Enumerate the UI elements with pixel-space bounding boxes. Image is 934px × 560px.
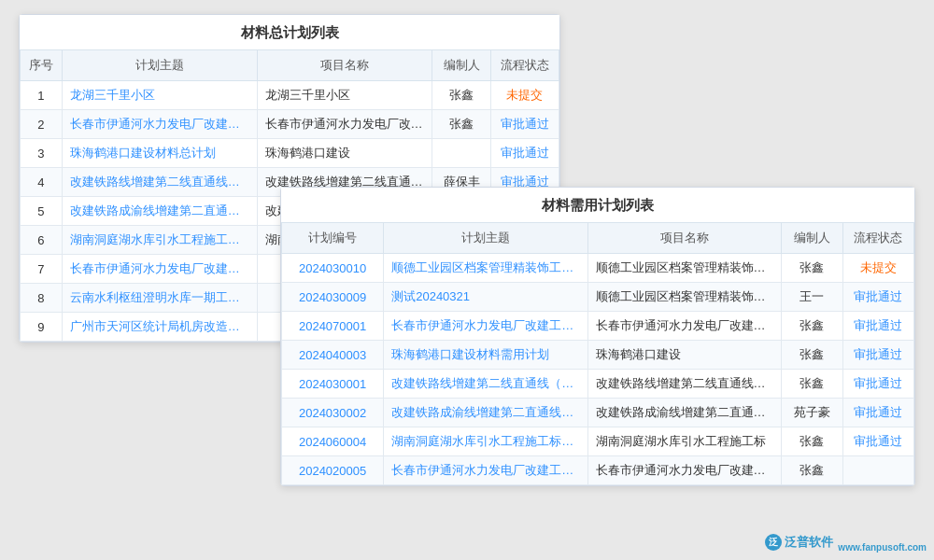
cell-project2: 顺德工业园区档案管理精装饰工程（... [587,254,781,283]
cell-id: 9 [21,313,63,342]
cell-project2: 珠海鹤港口建设 [587,341,781,370]
cell-editor: 张鑫 [432,81,491,110]
table-row: 2024070001 长春市伊通河水力发电厂改建工程合... 长春市伊通河水力发… [282,312,914,341]
cell-theme[interactable]: 珠海鹤港口建设材料总计划 [62,139,257,168]
col-theme: 计划主题 [62,50,257,81]
col-theme2: 计划主题 [384,223,587,254]
cell-project: 珠海鹤港口建设 [257,139,432,168]
cell-editor [432,139,491,168]
cell-theme2[interactable]: 顺德工业园区档案管理精装饰工程（... [384,254,587,283]
table2-data: 计划编号 计划主题 项目名称 编制人 流程状态 2024030010 顺德工业园… [281,222,914,485]
cell-theme[interactable]: 湖南洞庭湖水库引水工程施工标材料总计划 [62,226,257,255]
cell-editor2: 苑子豪 [782,399,843,427]
cell-theme[interactable]: 广州市天河区统计局机房改造项目材料总计划 [62,313,257,342]
cell-status2: 未提交 [842,254,913,283]
col-project: 项目名称 [257,50,432,81]
col-editor2: 编制人 [782,223,843,254]
watermark-text: 泛普软件 [785,534,833,551]
col-code: 计划编号 [282,223,384,254]
cell-code[interactable]: 2024040003 [282,341,384,370]
col-status2: 流程状态 [842,223,913,254]
table-row: 2024060004 湖南洞庭湖水库引水工程施工标材... 湖南洞庭湖水库引水工… [282,427,914,456]
cell-project2: 顺德工业园区档案管理精装饰工程（... [587,283,781,312]
cell-theme[interactable]: 云南水利枢纽澄明水库一期工程施工标材料... [62,284,257,313]
cell-project2: 长春市伊通河水力发电厂改建工程 [587,312,781,341]
cell-project: 龙湖三千里小区 [257,81,432,110]
cell-project2: 长春市伊通河水力发电厂改建工程 [587,456,781,485]
cell-code[interactable]: 2024030009 [282,283,384,312]
cell-status2 [842,456,913,485]
cell-status: 审批通过 [490,139,559,168]
col-status: 流程状态 [490,50,559,81]
col-id: 序号 [21,50,63,81]
cell-project2: 湖南洞庭湖水库引水工程施工标 [587,427,781,456]
cell-status2: 审批通过 [842,399,913,427]
cell-status2: 审批通过 [842,370,913,399]
table-row: 2024020005 长春市伊通河水力发电厂改建工程材... 长春市伊通河水力发… [282,456,914,485]
cell-id: 1 [21,81,63,110]
cell-project2: 改建铁路线增建第二线直通线（成都... [587,370,781,399]
table-row: 2024030009 测试20240321 顺德工业园区档案管理精装饰工程（..… [282,283,914,312]
table-row: 2 长春市伊通河水力发电厂改建工程合同材料... 长春市伊通河水力发电厂改建工程… [21,110,559,139]
watermark-subtext: www.fanpusoft.com [838,532,927,553]
cell-theme[interactable]: 龙湖三千里小区 [62,81,257,110]
cell-editor2: 张鑫 [782,456,843,485]
cell-id: 7 [21,255,63,284]
cell-editor2: 张鑫 [782,427,843,456]
cell-status2: 审批通过 [842,427,913,456]
cell-status: 未提交 [490,81,559,110]
cell-theme2[interactable]: 测试20240321 [384,283,587,312]
cell-id: 8 [21,284,63,313]
cell-theme[interactable]: 改建铁路线增建第二线直通线（成都-西安）... [62,168,257,197]
cell-code[interactable]: 2024020005 [282,456,384,485]
watermark: 泛 泛普软件 www.fanpusoft.com [765,532,927,553]
cell-code[interactable]: 2024070001 [282,312,384,341]
col-project2: 项目名称 [587,223,781,254]
cell-theme2[interactable]: 改建铁路线增建第二线直通线（成都... [384,370,587,399]
cell-id: 5 [21,197,63,226]
cell-project2: 改建铁路成渝线增建第二直通线（成... [587,399,781,427]
cell-theme2[interactable]: 长春市伊通河水力发电厂改建工程合... [384,312,587,341]
cell-status2: 审批通过 [842,312,913,341]
cell-editor2: 张鑫 [782,341,843,370]
cell-editor: 张鑫 [432,110,491,139]
table-row: 2024030002 改建铁路成渝线增建第二直通线（成... 改建铁路成渝线增建… [282,399,914,427]
cell-id: 3 [21,139,63,168]
cell-code[interactable]: 2024030002 [282,399,384,427]
cell-code[interactable]: 2024030010 [282,254,384,283]
cell-theme[interactable]: 改建铁路成渝线增建第二直通线（成渝枢纽... [62,197,257,226]
cell-editor2: 张鑫 [782,254,843,283]
table-row: 2024030001 改建铁路线增建第二线直通线（成都... 改建铁路线增建第二… [282,370,914,399]
material-needs-table: 材料需用计划列表 计划编号 计划主题 项目名称 编制人 流程状态 2024030… [280,187,915,486]
table-row: 3 珠海鹤港口建设材料总计划 珠海鹤港口建设 审批通过 [21,139,559,168]
watermark-icon: 泛 [765,534,782,551]
cell-id: 2 [21,110,63,139]
cell-project: 长春市伊通河水力发电厂改建工程 [257,110,432,139]
table2-title: 材料需用计划列表 [281,188,914,222]
cell-code[interactable]: 2024060004 [282,427,384,456]
cell-theme2[interactable]: 湖南洞庭湖水库引水工程施工标材... [384,427,587,456]
cell-code[interactable]: 2024030001 [282,370,384,399]
table1-title: 材料总计划列表 [20,15,559,49]
cell-editor2: 张鑫 [782,370,843,399]
table2-header-row: 计划编号 计划主题 项目名称 编制人 流程状态 [282,223,914,254]
cell-theme[interactable]: 长春市伊通河水力发电厂改建工程材料总计划 [62,255,257,284]
cell-editor2: 王一 [782,283,843,312]
table1-header-row: 序号 计划主题 项目名称 编制人 流程状态 [21,50,559,81]
cell-id: 4 [21,168,63,197]
cell-id: 6 [21,226,63,255]
cell-theme2[interactable]: 长春市伊通河水力发电厂改建工程材... [384,456,587,485]
cell-status2: 审批通过 [842,283,913,312]
cell-theme[interactable]: 长春市伊通河水力发电厂改建工程合同材料... [62,110,257,139]
table-row: 2024040003 珠海鹤港口建设材料需用计划 珠海鹤港口建设 张鑫 审批通过 [282,341,914,370]
cell-status2: 审批通过 [842,341,913,370]
table-row: 2024030010 顺德工业园区档案管理精装饰工程（... 顺德工业园区档案管… [282,254,914,283]
table-row: 1 龙湖三千里小区 龙湖三千里小区 张鑫 未提交 [21,81,559,110]
cell-theme2[interactable]: 改建铁路成渝线增建第二直通线（成... [384,399,587,427]
cell-status: 审批通过 [490,110,559,139]
col-editor: 编制人 [432,50,491,81]
cell-theme2[interactable]: 珠海鹤港口建设材料需用计划 [384,341,587,370]
cell-editor2: 张鑫 [782,312,843,341]
